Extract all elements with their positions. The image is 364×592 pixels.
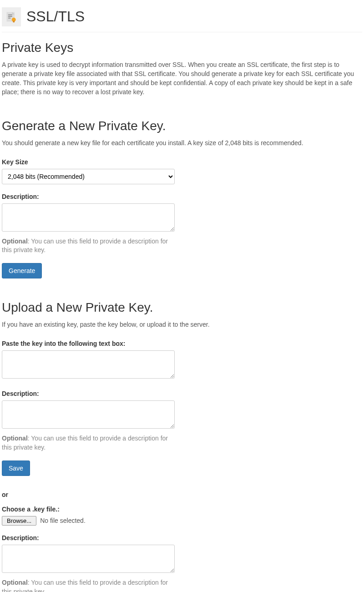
section-upload: Upload a New Private Key. If you have an… [2,299,362,592]
svg-rect-2 [8,15,12,15]
help-upload-description: Optional: You can use this field to prov… [2,434,175,452]
page-header: SSL/TLS [2,2,362,32]
file-status: No file selected. [40,516,86,526]
label-file-description: Description: [2,534,362,543]
section-generate: Generate a New Private Key. You should g… [2,117,362,279]
textarea-file-description[interactable] [2,545,175,573]
field-key-size: Key Size 2,048 bits (Recommended) [2,158,362,184]
field-generate-description: Description: Optional: You can use this … [2,192,362,255]
svg-rect-3 [8,16,12,17]
field-paste-key: Paste the key into the following text bo… [2,339,362,381]
help-generate-description: Optional: You can use this field to prov… [2,237,175,255]
svg-rect-4 [8,18,10,19]
label-paste-key: Paste the key into the following text bo… [2,339,362,349]
heading-private-keys: Private Keys [2,39,362,57]
textarea-generate-description[interactable] [2,203,175,232]
field-upload-description: Description: Optional: You can use this … [2,390,362,452]
svg-rect-6 [13,21,15,23]
select-key-size[interactable]: 2,048 bits (Recommended) [2,169,175,184]
ssl-tls-icon [2,7,21,26]
heading-upload: Upload a New Private Key. [2,299,362,317]
browse-button[interactable]: Browse... [2,516,36,526]
help-file-description: Optional: You can use this field to prov… [2,578,175,592]
field-choose-file: Choose a .key file.: Browse... No file s… [2,505,362,526]
field-file-description: Description: Optional: You can use this … [2,534,362,592]
label-generate-description: Description: [2,192,362,202]
label-upload-description: Description: [2,390,362,399]
or-text: or [2,491,362,500]
generate-button[interactable]: Generate [2,263,42,278]
desc-private-keys: A private key is used to decrypt informa… [2,61,362,97]
section-private-keys: Private Keys A private key is used to de… [2,39,362,97]
heading-generate: Generate a New Private Key. [2,117,362,135]
page-title: SSL/TLS [26,6,85,27]
save-button[interactable]: Save [2,460,30,476]
textarea-paste-key[interactable] [2,350,175,379]
label-key-size: Key Size [2,158,362,167]
desc-generate: You should generate a new key file for e… [2,139,362,148]
desc-upload: If you have an existing key, paste the k… [2,320,362,329]
label-choose-file: Choose a .key file.: [2,505,362,514]
textarea-upload-description[interactable] [2,400,175,429]
